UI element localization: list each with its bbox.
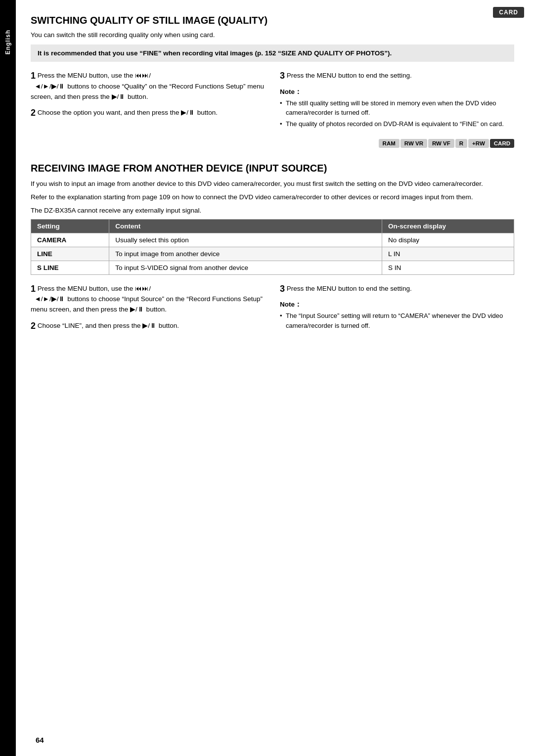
section1-intro: You can switch the still recording quali…: [31, 31, 514, 39]
section2-title: RECEIVING IMAGE FROM ANOTHER DEVICE (INP…: [31, 163, 514, 174]
table-header-display: On-screen display: [382, 219, 514, 233]
section1-note: Note The still quality setting will be s…: [280, 88, 514, 129]
s2-step1-text: Press the MENU button, use the ⏮⏭/ ◄/►/▶…: [31, 285, 263, 313]
badge-card: CARD: [490, 139, 514, 148]
table-cell-content-line: To input image from another device: [109, 247, 382, 261]
section2-steps: 1 Press the MENU button, use the ⏮⏭/ ◄/►…: [31, 284, 514, 338]
section1-info-box: It is recommended that you use “FINE” wh…: [31, 44, 514, 62]
page-number: 64: [36, 736, 44, 744]
settings-table: Setting Content On-screen display CAMERA…: [31, 219, 514, 275]
table-row: CAMERA Usually select this option No dis…: [31, 233, 514, 247]
page-wrapper: English CARD SWITCHING QUALITY OF STILL …: [0, 0, 534, 756]
section1-title: SWITCHING QUALITY OF STILL IMAGE (QUALIT…: [31, 15, 514, 26]
table-cell-display-line: L IN: [382, 247, 514, 261]
step3-number: 3: [280, 71, 285, 81]
section2-step2: 2 Choose “LINE”, and then press the ▶/⏸ …: [31, 321, 265, 332]
s2-step1-number: 1: [31, 284, 36, 294]
section1-steps-right: 3 Press the MENU button to end the setti…: [280, 71, 514, 130]
badge-rw-vf: RW VF: [428, 139, 454, 148]
step1-text: Press the MENU button, use the ⏮⏭/ ◄/►/▶…: [31, 72, 264, 100]
table-cell-setting-camera: CAMERA: [31, 233, 109, 247]
section2-note: Note The “Input Source” setting will ret…: [280, 300, 514, 330]
section1-step3: 3 Press the MENU button to end the setti…: [280, 71, 514, 82]
step1-number: 1: [31, 71, 36, 81]
media-badges-row: RAM RW VR RW VF R +RW CARD: [31, 139, 514, 148]
section2-step1: 1 Press the MENU button, use the ⏮⏭/ ◄/►…: [31, 284, 265, 315]
step3-text: Press the MENU button to end the setting…: [287, 72, 412, 79]
sidebar-label: English: [4, 30, 11, 54]
section1-note-item1: The still quality setting will be stored…: [280, 98, 514, 118]
section2-steps-left: 1 Press the MENU button, use the ⏮⏭/ ◄/►…: [31, 284, 265, 338]
table-row: LINE To input image from another device …: [31, 247, 514, 261]
section1-note-item2: The quality of photos recorded on DVD-RA…: [280, 119, 514, 129]
section1-note-label: Note: [280, 88, 514, 96]
table-cell-setting-line: LINE: [31, 247, 109, 261]
section2-desc1: If you wish to input an image from anoth…: [31, 179, 514, 189]
step2-number: 2: [31, 108, 36, 118]
table-cell-display-sline: S IN: [382, 261, 514, 274]
s2-step2-number: 2: [31, 321, 36, 331]
section1-steps: 1 Press the MENU button, use the ⏮⏭/ ◄/►…: [31, 71, 514, 130]
main-content: CARD SWITCHING QUALITY OF STILL IMAGE (Q…: [16, 0, 534, 756]
sidebar: English: [0, 0, 16, 756]
table-cell-content-camera: Usually select this option: [109, 233, 382, 247]
section2-steps-right: 3 Press the MENU button to end the setti…: [280, 284, 514, 338]
s2-step3-number: 3: [280, 284, 285, 294]
section1-step2: 2 Choose the option you want, and then p…: [31, 108, 265, 119]
step2-text: Choose the option you want, and then pre…: [38, 109, 218, 116]
card-badge-top: CARD: [493, 7, 524, 18]
table-cell-setting-sline: S LINE: [31, 261, 109, 274]
section1-steps-left: 1 Press the MENU button, use the ⏮⏭/ ◄/►…: [31, 71, 265, 130]
section2-desc3: The DZ-BX35A cannot receive any external…: [31, 206, 514, 216]
section2-step3: 3 Press the MENU button to end the setti…: [280, 284, 514, 295]
section1-step1: 1 Press the MENU button, use the ⏮⏭/ ◄/►…: [31, 71, 265, 102]
badge-rw-vr: RW VR: [400, 139, 427, 148]
table-header-setting: Setting: [31, 219, 109, 233]
table-cell-display-camera: No display: [382, 233, 514, 247]
badge-r: R: [455, 139, 467, 148]
s2-step2-text: Choose “LINE”, and then press the ▶/⏸ bu…: [38, 322, 179, 329]
table-cell-content-sline: To input S-VIDEO signal from another dev…: [109, 261, 382, 274]
section2-note-item1: The “Input Source” setting will return t…: [280, 311, 514, 330]
badge-ram: RAM: [379, 139, 400, 148]
s2-step3-text: Press the MENU button to end the setting…: [287, 285, 412, 292]
badge-plus-rw: +RW: [468, 139, 489, 148]
section2-note-label: Note: [280, 300, 514, 309]
section2-desc2: Refer to the explanation starting from p…: [31, 192, 514, 203]
table-row: S LINE To input S-VIDEO signal from anot…: [31, 261, 514, 274]
table-header-content: Content: [109, 219, 382, 233]
